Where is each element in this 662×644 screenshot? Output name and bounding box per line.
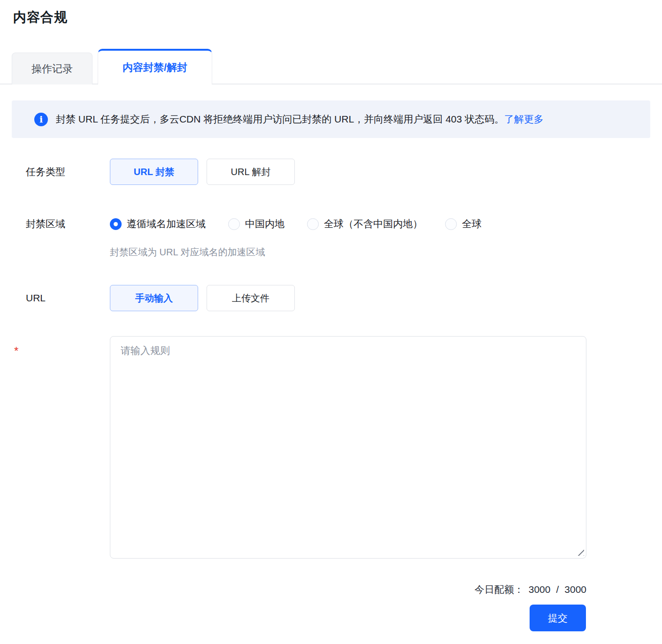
rules-input-row: *: [0, 336, 662, 559]
task-type-group: URL 封禁 URL 解封: [110, 159, 295, 185]
block-region-label: 封禁区域: [26, 217, 110, 230]
radio-unselected-icon: [307, 218, 319, 230]
radio-label: 全球（不含中国内地）: [324, 217, 423, 230]
tab-content-block-unblock[interactable]: 内容封禁/解封: [98, 49, 212, 84]
manual-input-button[interactable]: 手动输入: [110, 285, 198, 311]
radio-global[interactable]: 全球: [445, 217, 482, 230]
url-block-button[interactable]: URL 封禁: [110, 159, 198, 185]
rules-textarea[interactable]: [110, 336, 586, 559]
learn-more-link[interactable]: 了解更多: [504, 113, 544, 126]
info-icon: i: [34, 113, 48, 126]
url-unblock-button[interactable]: URL 解封: [207, 159, 295, 185]
task-type-label: 任务类型: [26, 165, 110, 178]
quota-label: 今日配额：: [475, 583, 524, 596]
task-type-row: 任务类型 URL 封禁 URL 解封: [0, 159, 662, 185]
submit-row: 提交: [0, 605, 662, 631]
submit-button[interactable]: 提交: [530, 605, 586, 631]
tab-operation-records[interactable]: 操作记录: [12, 53, 92, 84]
upload-file-button[interactable]: 上传文件: [207, 285, 295, 311]
page-title: 内容合规: [13, 8, 662, 26]
radio-follow-domain-region[interactable]: 遵循域名加速区域: [110, 217, 206, 230]
radio-unselected-icon: [445, 218, 457, 230]
radio-unselected-icon: [228, 218, 240, 230]
tab-bar: 操作记录 内容封禁/解封: [0, 49, 662, 84]
block-region-row: 封禁区域 遵循域名加速区域 中国内地 全球（不含中国内地） 全球: [0, 217, 662, 230]
info-banner: i 封禁 URL 任务提交后，多云CDN 将拒绝终端用户访问已封禁的 URL，并…: [12, 100, 650, 138]
quota-row: 今日配额： 3000 / 3000: [0, 583, 662, 596]
tab-label: 内容封禁/解封: [123, 61, 187, 75]
quota-total: 3000: [564, 584, 586, 595]
radio-label: 中国内地: [245, 217, 285, 230]
radio-global-excl-china[interactable]: 全球（不含中国内地）: [307, 217, 423, 230]
rules-textarea-wrap: [110, 336, 586, 559]
required-asterisk: *: [14, 336, 110, 357]
radio-china-mainland[interactable]: 中国内地: [228, 217, 285, 230]
banner-text: 封禁 URL 任务提交后，多云CDN 将拒绝终端用户访问已封禁的 URL，并向终…: [56, 113, 504, 126]
radio-selected-icon: [110, 218, 122, 230]
radio-label: 全球: [462, 217, 482, 230]
quota-used: 3000: [529, 584, 551, 595]
quota-separator: /: [556, 584, 559, 595]
block-region-helper-text: 封禁区域为 URL 对应域名的加速区域: [110, 246, 662, 259]
url-input-mode-row: URL 手动输入 上传文件: [0, 285, 662, 311]
url-input-mode-group: 手动输入 上传文件: [110, 285, 295, 311]
radio-label: 遵循域名加速区域: [127, 217, 206, 230]
block-region-radio-group: 遵循域名加速区域 中国内地 全球（不含中国内地） 全球: [110, 217, 504, 230]
url-label: URL: [26, 292, 110, 304]
tab-label: 操作记录: [31, 62, 73, 76]
